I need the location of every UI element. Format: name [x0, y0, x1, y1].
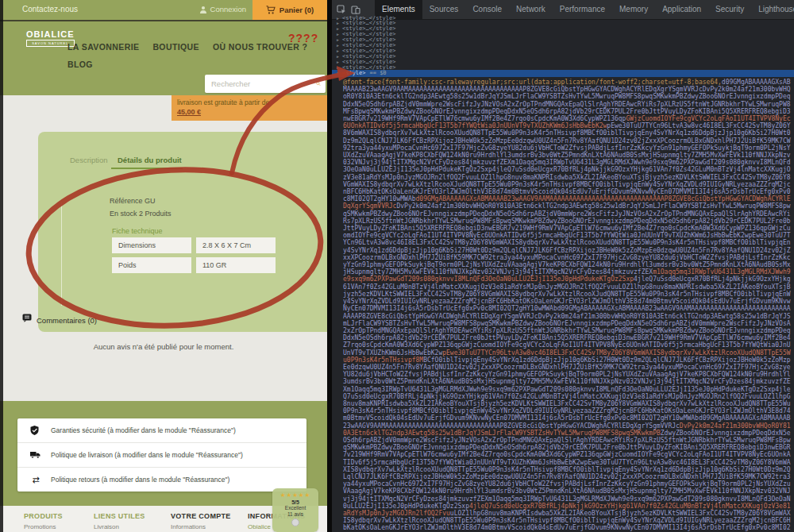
dom-style-row[interactable]: ▶<style>…</style>: [332, 65, 794, 71]
contact-link[interactable]: Contactez-nous: [22, 5, 78, 13]
screenshot-root: Contactez-nous Connexion Panier (0) OBIA…: [0, 0, 794, 532]
footer-heading: LIENS UTILES: [94, 512, 145, 520]
comments-label[interactable]: Commentaires (0): [37, 316, 97, 325]
rating-label: Excellent: [272, 505, 318, 511]
dom-tree: ▶<style>…</style>▶<style>…</style>▶<styl…: [332, 16, 794, 78]
datasheet-label: Poids: [112, 257, 191, 273]
tab-description[interactable]: Description: [70, 156, 108, 164]
search-box: [205, 75, 326, 93]
datasheet-title: Fiche technique: [112, 227, 163, 235]
footer-link[interactable]: Livraison: [94, 523, 145, 530]
reassurance-label: Garanties sécurité (à modifier dans le m…: [51, 426, 236, 434]
footer-heading: PRODUITS: [24, 512, 63, 520]
dom-style-row[interactable]: ▶<style>…</style>: [332, 48, 794, 54]
cart-icon: [266, 6, 276, 14]
annotation-question-marks: ????: [288, 32, 318, 44]
reassurance-label: Politique de livraison (à modifier dans …: [51, 451, 243, 459]
product-stock: En stock 2 Produits: [110, 210, 172, 218]
active-tab-underline: [111, 168, 183, 169]
cart-button[interactable]: Panier (0): [252, 0, 327, 20]
reassurance-row: Politique de livraison (à modifier dans …: [17, 443, 306, 468]
datasheet-value: 110 GR: [196, 257, 276, 273]
base64-blob: d09GMgABAAAAAGXsABMAAAAB23wAAGV9AAMAAAAA…: [343, 79, 791, 532]
login-label: Connexion: [210, 5, 246, 13]
rating-count: 11 avis: [272, 511, 318, 517]
fontface-css-prefix: @font-face{font-family:csc-ralewayregula…: [343, 79, 722, 86]
footer-link[interactable]: Promotions: [24, 523, 63, 530]
dom-style-row[interactable]: ▶<style>…</style>: [332, 16, 794, 21]
banner-text: livraison est gratuite à partir de: [177, 98, 327, 106]
reassurance-card: Garanties sécurité (à modifier dans le m…: [17, 418, 306, 492]
tab-product-details[interactable]: Détails du produit: [118, 156, 182, 164]
reassurance-row: Garanties sécurité (à modifier dans le m…: [17, 418, 306, 443]
dom-style-row[interactable]: ▶<style>…</style>: [332, 26, 794, 32]
nav-item-boutique[interactable]: BOUTIQUE: [152, 42, 199, 52]
footer-link[interactable]: Informations: [171, 523, 231, 530]
logo-text: OBIALICE: [26, 29, 75, 39]
dom-style-row-selected[interactable]: ▼<style>== $0: [332, 70, 794, 77]
footer-col-produits: PRODUITS Promotions: [24, 512, 63, 530]
devtools-panel: Elements Sources Console Network Perform…: [332, 0, 794, 532]
truck-icon: [30, 451, 41, 459]
dom-collapsed-rows: ▶<style>…</style>▶<style>…</style>▶<styl…: [332, 16, 794, 71]
shield-check-icon: [30, 426, 41, 435]
window-left-edge: [0, 0, 3, 532]
dom-style-row[interactable]: ▶<style>…</style>: [332, 54, 794, 60]
reassurance-label: Politique retours (à modifier dans le mo…: [51, 476, 229, 484]
search-icon[interactable]: [316, 79, 321, 89]
footer-col-liens: LIENS UTILES Livraison: [94, 512, 145, 530]
style-content[interactable]: @font-face{font-family:csc-ralewayregula…: [343, 79, 792, 532]
main-nav: LA SAVONNERIE BOUTIQUE OÙ NOUS TROUVER ?: [67, 42, 307, 52]
dom-style-row[interactable]: ▶<style>…</style>: [332, 32, 794, 37]
dom-style-row[interactable]: ▶<style>…</style>: [332, 60, 794, 65]
site-topbar: Contactez-nous Connexion Panier (0): [0, 0, 327, 21]
login-link[interactable]: Connexion: [199, 5, 246, 13]
browser-page: Contactez-nous Connexion Panier (0) OBIA…: [0, 0, 327, 532]
datasheet-table: Dimensions 2.8 X 6 X 7 Cm Poids 110 GR: [112, 237, 276, 273]
comments-icon: [22, 314, 32, 322]
search-input[interactable]: [205, 79, 316, 88]
datasheet-value: 2.8 X 6 X 7 Cm: [196, 237, 276, 253]
footer-col-compte: VOTRE COMPTE Informations: [171, 512, 231, 530]
review-source-logo: [291, 519, 299, 526]
product-details-card: Description Détails du produit Référence…: [38, 132, 327, 332]
selected-node-tag: <style>: [342, 70, 366, 76]
no-reviews-message: Aucun avis n'a été publié pour le moment…: [0, 342, 327, 351]
rating-score: 5/5: [272, 499, 318, 505]
star-rating-icon: ★★★★★: [272, 492, 318, 499]
reviews-rating-widget[interactable]: ★★★★★ 5/5 Excellent 11 avis: [272, 488, 318, 532]
banner-amount[interactable]: 45,00 €: [177, 108, 327, 116]
product-reference: Référence GU: [110, 197, 156, 205]
main-nav-row2: BLOG: [67, 56, 93, 71]
dom-style-row[interactable]: ▶<style>…</style>: [332, 43, 794, 48]
cart-label: Panier (0): [279, 6, 314, 14]
nav-item-savonnerie[interactable]: LA SAVONNERIE: [67, 42, 139, 52]
user-icon: [199, 6, 207, 13]
dom-style-row[interactable]: ▶<style>…</style>: [332, 37, 794, 43]
dollar-zero-marker: == $0: [370, 70, 387, 76]
card-divider: [61, 202, 62, 306]
nav-item-blog[interactable]: BLOG: [67, 60, 93, 69]
return-arrows-icon: ⇄: [30, 475, 41, 485]
dom-style-row[interactable]: ▶<style>…</style>: [332, 21, 794, 26]
datasheet-label: Dimensions: [112, 237, 191, 253]
expand-arrow-icon[interactable]: ▼: [337, 70, 342, 77]
footer-heading: VOTRE COMPTE: [171, 512, 231, 520]
free-shipping-banner: livraison est gratuite à partir de 45,00…: [172, 95, 327, 121]
reassurance-row: ⇄ Politique retours (à modifier dans le …: [17, 468, 306, 492]
